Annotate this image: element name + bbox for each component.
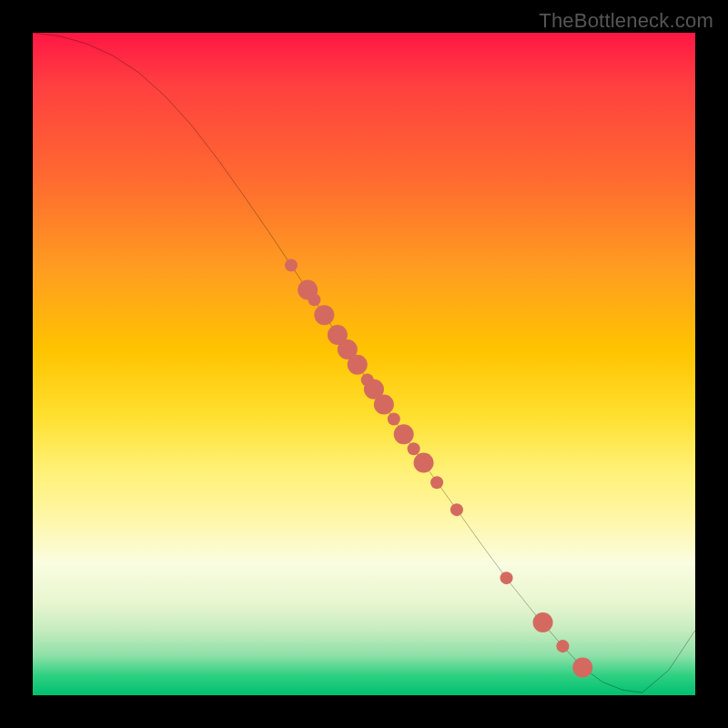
marker-dot <box>394 424 414 444</box>
watermark-text: TheBottleneck.com <box>539 9 713 33</box>
marker-dot <box>388 412 400 425</box>
marker-dot <box>308 293 320 306</box>
marker-dot <box>450 503 463 516</box>
marker-dot <box>285 259 298 272</box>
marker-dot <box>556 640 569 652</box>
marker-dot <box>408 442 420 455</box>
chart-canvas: TheBottleneck.com <box>0 0 728 728</box>
marker-dot <box>414 452 434 472</box>
chart-svg-layer <box>33 33 695 695</box>
marker-dot <box>533 612 553 632</box>
marker-dot <box>572 657 592 677</box>
marker-dot <box>374 394 394 414</box>
marker-dot <box>314 305 334 325</box>
marker-dot <box>500 571 513 584</box>
marker-dot <box>348 355 368 375</box>
marker-dots <box>285 259 592 678</box>
marker-dot <box>430 476 443 489</box>
